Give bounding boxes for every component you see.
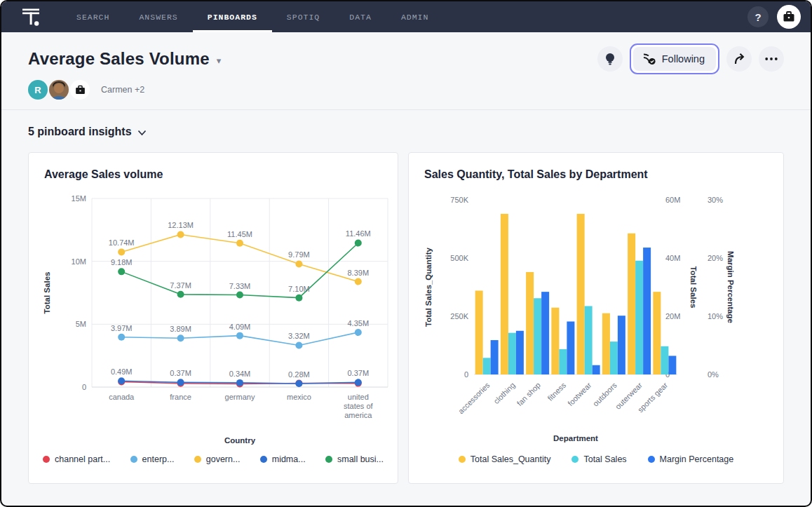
nav-tab-search[interactable]: SEARCH	[62, 1, 124, 32]
nav-right: ?	[747, 1, 811, 32]
nav-tab-data[interactable]: DATA	[334, 1, 386, 32]
line-chart-legend: channel part...enterp...govern...midma..…	[29, 454, 398, 464]
briefcase-icon	[782, 10, 796, 24]
svg-text:france: france	[170, 393, 191, 401]
legend-item-govern-[interactable]: govern...	[194, 454, 241, 464]
svg-text:20%: 20%	[708, 254, 723, 262]
svg-text:canada: canada	[109, 393, 135, 401]
app-window: SEARCHANSWERSPINBOARDSSPOTIQDATAADMIN ? …	[0, 0, 812, 507]
following-focus-ring: Following	[630, 43, 719, 74]
svg-text:unitedstates ofamerica: unitedstates ofamerica	[344, 393, 374, 419]
svg-text:12.13M: 12.13M	[168, 221, 194, 229]
svg-text:clothing: clothing	[492, 381, 517, 405]
svg-text:Total Sales: Total Sales	[689, 266, 698, 309]
card-average-sales-volume: Average Sales volume 05M10M15MTotal Sale…	[28, 152, 398, 484]
svg-text:fitness: fitness	[546, 381, 567, 403]
svg-text:4.09M: 4.09M	[229, 323, 251, 331]
svg-text:500K: 500K	[450, 254, 468, 262]
legend-dot-icon	[571, 456, 578, 463]
legend-label: midma...	[272, 454, 306, 464]
svg-text:3.97M: 3.97M	[111, 324, 133, 332]
svg-text:11.45M: 11.45M	[227, 230, 252, 238]
svg-text:10.74M: 10.74M	[109, 238, 135, 247]
svg-text:40M: 40M	[665, 254, 680, 262]
svg-text:7.10M: 7.10M	[288, 285, 310, 293]
nav-tab-pinboards[interactable]: PINBOARDS	[193, 1, 272, 32]
insights-row: 5 pinboard insights	[1, 110, 811, 152]
briefcase-icon	[74, 84, 86, 96]
page-title: Average Sales Volume	[28, 49, 210, 69]
top-nav: SEARCHANSWERSPINBOARDSSPOTIQDATAADMIN ?	[1, 1, 811, 32]
legend-dot-icon	[648, 456, 655, 463]
collaborators-row: R	[28, 80, 784, 100]
legend-item-midma-[interactable]: midma...	[260, 454, 306, 464]
svg-text:9.18M: 9.18M	[111, 258, 133, 266]
svg-text:20M: 20M	[665, 312, 680, 320]
user-avatar[interactable]	[777, 5, 801, 29]
svg-text:5M: 5M	[76, 320, 86, 328]
bar-chart[interactable]: 0250K500K750K020M40M60M0%10%20%30%Total …	[409, 181, 784, 450]
insights-lightbulb-button[interactable]	[597, 46, 623, 72]
following-button[interactable]: Following	[633, 47, 716, 71]
svg-text:0%: 0%	[708, 370, 719, 379]
legend-dot-icon	[325, 456, 332, 463]
legend-dot-icon	[43, 456, 50, 463]
legend-label: Total Sales	[583, 454, 626, 464]
svg-text:accessories: accessories	[456, 381, 492, 416]
nav-tab-admin[interactable]: ADMIN	[386, 1, 444, 32]
nav-tabs: SEARCHANSWERSPINBOARDSSPOTIQDATAADMIN	[62, 1, 443, 32]
thoughtspot-logo[interactable]	[1, 1, 62, 32]
legend-item-enterp-[interactable]: enterp...	[130, 454, 175, 464]
legend-item-total-sales[interactable]: Total Sales	[571, 454, 626, 464]
svg-text:750K: 750K	[450, 196, 468, 204]
svg-text:0.37M: 0.37M	[348, 369, 370, 377]
svg-text:3.32M: 3.32M	[288, 332, 310, 340]
svg-text:250K: 250K	[450, 312, 468, 320]
following-label: Following	[662, 53, 705, 65]
legend-item-margin-percentage[interactable]: Margin Percentage	[648, 454, 734, 464]
collaborators-more-label[interactable]: Carmen +2	[101, 85, 144, 95]
svg-text:fan shop: fan shop	[515, 381, 542, 407]
legend-label: govern...	[206, 454, 241, 464]
header-actions: Following	[597, 43, 784, 74]
pinboard-grid: Average Sales volume 05M10M15MTotal Sale…	[1, 152, 811, 484]
help-button[interactable]: ?	[747, 6, 769, 27]
svg-text:4.35M: 4.35M	[348, 319, 370, 327]
ellipsis-icon	[765, 58, 778, 60]
legend-item-total-sales-quantity[interactable]: Total Sales_Quantity	[459, 454, 551, 464]
legend-label: Total Sales_Quantity	[471, 454, 551, 464]
chart-title: Average Sales volume	[29, 168, 398, 181]
nav-tab-answers[interactable]: ANSWERS	[124, 1, 192, 32]
legend-item-small-busi-[interactable]: small busi...	[325, 454, 384, 464]
legend-label: small busi...	[337, 454, 384, 464]
share-button[interactable]	[726, 46, 752, 72]
svg-text:0.34M: 0.34M	[229, 370, 251, 378]
legend-label: enterp...	[142, 454, 175, 464]
bar-chart-legend: Total Sales_QuantityTotal SalesMargin Pe…	[409, 454, 783, 464]
legend-dot-icon	[459, 456, 466, 463]
svg-text:mexico: mexico	[287, 393, 311, 401]
title-caret-icon[interactable]: ▾	[217, 55, 222, 66]
svg-text:9.79M: 9.79M	[288, 250, 310, 259]
chevron-down-icon[interactable]	[137, 130, 147, 136]
svg-text:Margin Percentage: Margin Percentage	[726, 251, 735, 323]
svg-text:footwear: footwear	[566, 381, 593, 408]
more-options-button[interactable]	[759, 46, 784, 72]
thoughtspot-logo-icon	[21, 6, 41, 27]
legend-dot-icon	[130, 456, 137, 463]
collaborator-avatar-briefcase[interactable]	[70, 80, 90, 100]
card-sales-by-department: Sales Quantity, Total Sales by Departmen…	[408, 152, 784, 484]
person-photo-icon	[49, 80, 69, 100]
nav-tab-spotiq[interactable]: SPOTIQ	[272, 1, 334, 32]
legend-label: Margin Percentage	[660, 454, 734, 464]
svg-text:0.37M: 0.37M	[170, 369, 191, 377]
legend-dot-icon	[194, 456, 201, 463]
collaborator-avatar-r[interactable]: R	[28, 80, 48, 100]
line-chart[interactable]: 05M10M15MTotal Sales3.97M3.89M4.09M3.32M…	[29, 181, 398, 450]
svg-text:11.46M: 11.46M	[346, 229, 371, 238]
collaborator-avatar-photo[interactable]	[49, 80, 69, 100]
lightbulb-icon	[604, 52, 616, 67]
legend-item-channel-part-[interactable]: channel part...	[43, 454, 110, 464]
svg-text:15M: 15M	[72, 194, 86, 203]
svg-text:germany: germany	[225, 393, 255, 401]
